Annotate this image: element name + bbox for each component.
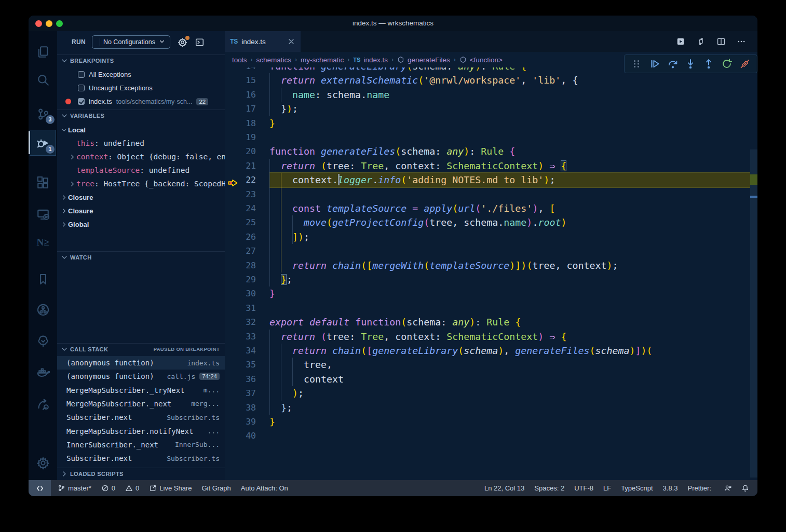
code-line-38[interactable]: 38 };	[225, 401, 750, 415]
drag-handle-button[interactable]	[631, 58, 642, 70]
restart-button[interactable]	[721, 58, 733, 70]
breakpoint-checkbox[interactable]	[78, 71, 85, 78]
code-line-35[interactable]: 35 tree,	[225, 358, 750, 372]
more-actions-icon[interactable]	[737, 37, 746, 46]
activity-item-git-graph[interactable]	[30, 298, 56, 321]
variable-scope-row[interactable]: Local	[57, 123, 225, 137]
open-debug-console-button[interactable]	[195, 37, 205, 47]
code-line-16[interactable]: 16 name: schema.name	[225, 88, 750, 102]
call-stack-frame[interactable]: Subscriber.nextSubscriber.ts	[57, 452, 225, 465]
breadcrumb-item[interactable]: <function>	[459, 56, 503, 64]
launch-configuration-dropdown[interactable]: No Configurations	[92, 35, 170, 49]
section-header-variables[interactable]: VARIABLES	[57, 110, 225, 121]
code-line-20[interactable]: 20function generateFiles(schema: any): R…	[225, 144, 750, 158]
code-line-37[interactable]: 37 );	[225, 386, 750, 400]
continue-button[interactable]	[649, 58, 660, 70]
call-stack-frame[interactable]: MergeMapSubscriber.notifyNext...	[57, 425, 225, 438]
breakpoint-row[interactable]: All Exceptions	[57, 68, 225, 81]
status-git-branch[interactable]: master*	[58, 484, 91, 492]
variable-row[interactable]: context: Object {debug: false, en…	[57, 150, 225, 163]
code-line-23[interactable]: 23	[225, 187, 750, 201]
code-line-32[interactable]: 32export default function(schema: any): …	[225, 315, 750, 329]
open-changes-icon[interactable]	[676, 37, 685, 46]
activity-item-todo-tree[interactable]	[30, 330, 56, 352]
activity-item-search[interactable]	[30, 69, 56, 91]
code-line-21[interactable]: 21 return (tree: Tree, context: Schemati…	[225, 159, 750, 173]
close-tab-icon[interactable]	[287, 37, 295, 46]
breakpoint-checkbox[interactable]	[78, 98, 85, 105]
status-feedback[interactable]	[724, 484, 731, 492]
code-line-22[interactable]: 22 context.logger.info('adding NOTES.md …	[225, 173, 750, 187]
code-line-27[interactable]: 27	[225, 244, 750, 258]
status-cursor-position[interactable]: Ln 22, Col 13	[484, 484, 524, 492]
status-language-mode[interactable]: TypeScript	[621, 484, 653, 492]
variable-scope-row[interactable]: Closure	[57, 204, 225, 217]
status-prettier[interactable]: Prettier:	[687, 484, 714, 492]
breadcrumb-item[interactable]: schematics	[256, 56, 292, 64]
status-encoding[interactable]: UTF-8	[574, 484, 593, 492]
code-line-18[interactable]: 18}	[225, 116, 750, 130]
section-header-loaded-scripts[interactable]: LOADED SCRIPTS	[57, 468, 225, 479]
section-header-watch[interactable]: WATCH	[57, 251, 225, 263]
activity-item-run-and-debug[interactable]: 1	[30, 130, 56, 155]
status-live-share[interactable]: Live Share	[149, 484, 192, 492]
activity-item-remote-explorer[interactable]	[30, 203, 56, 226]
code-line-28[interactable]: 28 return chain([mergeWith(templateSourc…	[225, 258, 750, 272]
activity-item-docker[interactable]	[30, 360, 56, 383]
status-auto-attach[interactable]: Auto Attach: On	[241, 484, 288, 492]
variable-scope-row[interactable]: Global	[57, 217, 225, 231]
step-out-button[interactable]	[703, 58, 714, 70]
code-line-24[interactable]: 24 const templateSource = apply(url('./f…	[225, 201, 750, 215]
editor-scrollbar[interactable]	[750, 31, 757, 480]
code-line-15[interactable]: 15 return externalSchematic('@nrwl/works…	[225, 73, 750, 87]
code-line-34[interactable]: 34 return chain([generateLibrary(schema)…	[225, 344, 750, 358]
code-line-33[interactable]: 33 return (tree: Tree, context: Schemati…	[225, 330, 750, 344]
breakpoint-row[interactable]: index.tstools/schematics/my-sch...22	[57, 95, 225, 108]
variable-scope-row[interactable]: Closure	[57, 190, 225, 204]
activity-item-live-share[interactable]	[30, 393, 56, 416]
scrollbar-thumb[interactable]	[750, 149, 757, 478]
code-line-26[interactable]: 26 ]);	[225, 230, 750, 244]
call-stack-frame[interactable]: (anonymous function)call.js74:24	[57, 370, 225, 383]
activity-item-nx-console[interactable]: N≥	[30, 231, 56, 254]
activity-item-bookmarks[interactable]	[30, 268, 56, 291]
call-stack-frame[interactable]: InnerSubscriber._nextInnerSub...	[57, 438, 225, 452]
tab-index-ts[interactable]: TS index.ts	[225, 31, 301, 52]
status-ts-version[interactable]: 3.8.3	[663, 484, 678, 492]
code-line-17[interactable]: 17 });	[225, 102, 750, 116]
call-stack-frame[interactable]: MergeMapSubscriber._nextmerg...	[57, 397, 225, 411]
current-breakpoint-icon[interactable]	[228, 176, 238, 184]
breadcrumb-item[interactable]: TSindex.ts	[353, 56, 388, 64]
split-editor-icon[interactable]	[716, 37, 726, 46]
breadcrumb-item[interactable]: generateFiles	[397, 56, 450, 64]
code-line-25[interactable]: 25 move(getProjectConfig(tree, schema.na…	[225, 215, 750, 229]
variable-row[interactable]: templateSource: undefined	[57, 163, 225, 177]
status-warnings[interactable]: 0	[125, 484, 139, 492]
disconnect-button[interactable]	[739, 58, 751, 70]
code-line-39[interactable]: 39}	[225, 415, 750, 429]
activity-item-manage[interactable]	[30, 452, 56, 474]
git-graph-view-icon[interactable]	[696, 37, 706, 46]
call-stack-frame[interactable]: MergeMapSubscriber._tryNextm...	[57, 384, 225, 397]
breakpoint-checkbox[interactable]	[78, 85, 85, 91]
code-line-31[interactable]: 31	[225, 301, 750, 315]
code-area[interactable]: 14function generateLibrary(schema: any):…	[225, 31, 750, 480]
status-remote-indicator[interactable]	[29, 480, 51, 496]
activity-item-extensions[interactable]	[30, 172, 56, 195]
code-line-29[interactable]: 29 };	[225, 272, 750, 287]
step-over-button[interactable]	[667, 58, 679, 70]
breakpoint-row[interactable]: Uncaught Exceptions	[57, 81, 225, 94]
variable-row[interactable]: tree: HostTree {_backend: ScopedH…	[57, 177, 225, 190]
section-header-call-stack[interactable]: CALL STACKPAUSED ON BREAKPOINT	[57, 343, 225, 354]
variable-row[interactable]: this: undefined	[57, 137, 225, 150]
breadcrumb-item[interactable]: tools	[232, 56, 247, 64]
code-line-36[interactable]: 36 context	[225, 372, 750, 386]
code-line-30[interactable]: 30}	[225, 287, 750, 301]
status-errors[interactable]: 0	[101, 484, 115, 492]
code-line-40[interactable]: 40	[225, 429, 750, 443]
status-indentation[interactable]: Spaces: 2	[534, 484, 564, 492]
section-header-breakpoints[interactable]: BREAKPOINTS	[57, 54, 225, 66]
configure-gear-button[interactable]	[178, 37, 187, 47]
activity-item-source-control[interactable]: 3	[30, 103, 56, 126]
activity-item-explorer[interactable]	[30, 40, 56, 63]
